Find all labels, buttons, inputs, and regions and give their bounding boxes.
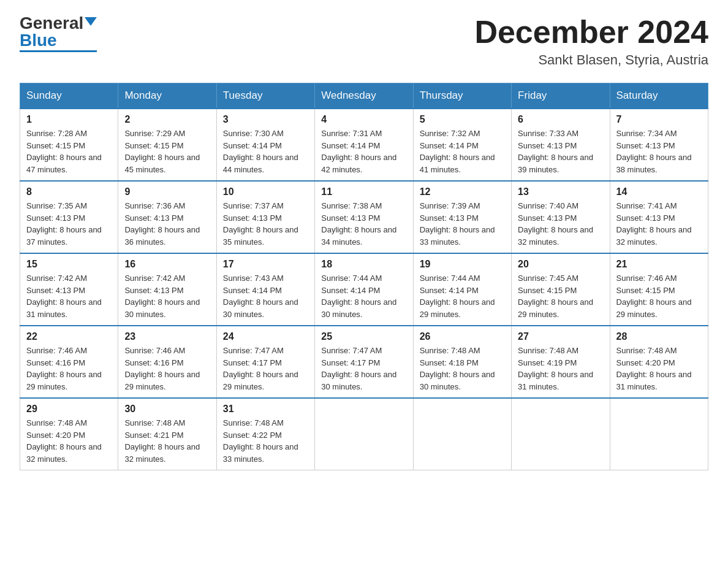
day-info: Sunrise: 7:43 AM Sunset: 4:14 PM Dayligh… (223, 272, 308, 320)
day-info: Sunrise: 7:33 AM Sunset: 4:13 PM Dayligh… (518, 128, 603, 175)
calendar-cell: 5 Sunrise: 7:32 AM Sunset: 4:14 PM Dayli… (413, 109, 511, 181)
day-info: Sunrise: 7:46 AM Sunset: 4:15 PM Dayligh… (616, 272, 702, 320)
day-number: 21 (616, 259, 702, 270)
day-info: Sunrise: 7:45 AM Sunset: 4:15 PM Dayligh… (518, 272, 603, 320)
day-number: 12 (420, 186, 505, 197)
day-number: 8 (26, 186, 112, 197)
logo-general-text: General (20, 15, 83, 32)
day-number: 23 (124, 331, 210, 342)
day-info: Sunrise: 7:48 AM Sunset: 4:20 PM Dayligh… (616, 345, 702, 393)
day-info: Sunrise: 7:29 AM Sunset: 4:15 PM Dayligh… (124, 128, 210, 175)
day-info: Sunrise: 7:31 AM Sunset: 4:14 PM Dayligh… (321, 128, 406, 175)
day-number: 5 (420, 114, 505, 125)
day-number: 30 (124, 404, 210, 415)
logo-blue-text: Blue (20, 32, 57, 49)
day-number: 19 (420, 259, 505, 270)
calendar-cell: 30 Sunrise: 7:48 AM Sunset: 4:21 PM Dayl… (118, 398, 216, 470)
day-info: Sunrise: 7:35 AM Sunset: 4:13 PM Dayligh… (26, 200, 112, 248)
calendar-cell: 22 Sunrise: 7:46 AM Sunset: 4:16 PM Dayl… (20, 326, 118, 398)
calendar-cell: 3 Sunrise: 7:30 AM Sunset: 4:14 PM Dayli… (216, 109, 314, 181)
day-number: 26 (420, 331, 505, 342)
col-thursday: Thursday (413, 83, 511, 109)
day-number: 28 (616, 331, 702, 342)
calendar-cell: 27 Sunrise: 7:48 AM Sunset: 4:19 PM Dayl… (512, 326, 610, 398)
calendar-cell: 2 Sunrise: 7:29 AM Sunset: 4:15 PM Dayli… (118, 109, 216, 181)
calendar-cell (610, 398, 708, 470)
calendar-cell: 9 Sunrise: 7:36 AM Sunset: 4:13 PM Dayli… (118, 181, 216, 253)
calendar-cell: 31 Sunrise: 7:48 AM Sunset: 4:22 PM Dayl… (216, 398, 314, 470)
day-info: Sunrise: 7:46 AM Sunset: 4:16 PM Dayligh… (26, 345, 112, 393)
calendar-cell: 24 Sunrise: 7:47 AM Sunset: 4:17 PM Dayl… (216, 326, 314, 398)
day-info: Sunrise: 7:48 AM Sunset: 4:18 PM Dayligh… (420, 345, 505, 393)
calendar-cell: 13 Sunrise: 7:40 AM Sunset: 4:13 PM Dayl… (512, 181, 610, 253)
week-row-1: 1 Sunrise: 7:28 AM Sunset: 4:15 PM Dayli… (20, 109, 708, 181)
month-title: December 2024 (474, 15, 708, 50)
day-number: 25 (321, 331, 406, 342)
day-number: 29 (26, 404, 112, 415)
day-info: Sunrise: 7:48 AM Sunset: 4:20 PM Dayligh… (26, 417, 112, 465)
day-info: Sunrise: 7:46 AM Sunset: 4:16 PM Dayligh… (124, 345, 210, 393)
col-friday: Friday (512, 83, 610, 109)
calendar-cell (413, 398, 511, 470)
col-wednesday: Wednesday (315, 83, 413, 109)
day-number: 7 (616, 114, 702, 125)
week-row-3: 15 Sunrise: 7:42 AM Sunset: 4:13 PM Dayl… (20, 253, 708, 326)
calendar-cell: 18 Sunrise: 7:44 AM Sunset: 4:14 PM Dayl… (315, 253, 413, 326)
day-info: Sunrise: 7:39 AM Sunset: 4:13 PM Dayligh… (420, 200, 505, 248)
day-info: Sunrise: 7:48 AM Sunset: 4:21 PM Dayligh… (124, 417, 210, 465)
logo-underline (20, 50, 97, 52)
header-row: Sunday Monday Tuesday Wednesday Thursday… (20, 83, 708, 109)
day-number: 3 (223, 114, 308, 125)
day-number: 14 (616, 186, 702, 197)
day-info: Sunrise: 7:44 AM Sunset: 4:14 PM Dayligh… (321, 272, 406, 320)
day-number: 1 (26, 114, 112, 125)
day-number: 10 (223, 186, 308, 197)
day-info: Sunrise: 7:44 AM Sunset: 4:14 PM Dayligh… (420, 272, 505, 320)
day-number: 18 (321, 259, 406, 270)
day-info: Sunrise: 7:32 AM Sunset: 4:14 PM Dayligh… (420, 128, 505, 175)
col-saturday: Saturday (610, 83, 708, 109)
calendar-cell: 14 Sunrise: 7:41 AM Sunset: 4:13 PM Dayl… (610, 181, 708, 253)
day-info: Sunrise: 7:34 AM Sunset: 4:13 PM Dayligh… (616, 128, 702, 175)
day-info: Sunrise: 7:28 AM Sunset: 4:15 PM Dayligh… (26, 128, 112, 175)
week-row-4: 22 Sunrise: 7:46 AM Sunset: 4:16 PM Dayl… (20, 326, 708, 398)
day-info: Sunrise: 7:36 AM Sunset: 4:13 PM Dayligh… (124, 200, 210, 248)
day-info: Sunrise: 7:47 AM Sunset: 4:17 PM Dayligh… (223, 345, 308, 393)
calendar-cell: 12 Sunrise: 7:39 AM Sunset: 4:13 PM Dayl… (413, 181, 511, 253)
calendar-cell: 23 Sunrise: 7:46 AM Sunset: 4:16 PM Dayl… (118, 326, 216, 398)
calendar-cell: 15 Sunrise: 7:42 AM Sunset: 4:13 PM Dayl… (20, 253, 118, 326)
calendar-cell: 7 Sunrise: 7:34 AM Sunset: 4:13 PM Dayli… (610, 109, 708, 181)
calendar-cell (512, 398, 610, 470)
day-number: 15 (26, 259, 112, 270)
day-number: 16 (124, 259, 210, 270)
day-info: Sunrise: 7:37 AM Sunset: 4:13 PM Dayligh… (223, 200, 308, 248)
week-row-5: 29 Sunrise: 7:48 AM Sunset: 4:20 PM Dayl… (20, 398, 708, 470)
calendar-cell: 28 Sunrise: 7:48 AM Sunset: 4:20 PM Dayl… (610, 326, 708, 398)
day-info: Sunrise: 7:41 AM Sunset: 4:13 PM Dayligh… (616, 200, 702, 248)
calendar-cell: 21 Sunrise: 7:46 AM Sunset: 4:15 PM Dayl… (610, 253, 708, 326)
day-number: 9 (124, 186, 210, 197)
calendar-cell: 1 Sunrise: 7:28 AM Sunset: 4:15 PM Dayli… (20, 109, 118, 181)
calendar-cell: 8 Sunrise: 7:35 AM Sunset: 4:13 PM Dayli… (20, 181, 118, 253)
day-info: Sunrise: 7:40 AM Sunset: 4:13 PM Dayligh… (518, 200, 603, 248)
week-row-2: 8 Sunrise: 7:35 AM Sunset: 4:13 PM Dayli… (20, 181, 708, 253)
day-info: Sunrise: 7:47 AM Sunset: 4:17 PM Dayligh… (321, 345, 406, 393)
day-number: 27 (518, 331, 603, 342)
location-title: Sankt Blasen, Styria, Austria (474, 52, 708, 68)
calendar-cell: 16 Sunrise: 7:42 AM Sunset: 4:13 PM Dayl… (118, 253, 216, 326)
calendar-cell: 26 Sunrise: 7:48 AM Sunset: 4:18 PM Dayl… (413, 326, 511, 398)
day-number: 20 (518, 259, 603, 270)
col-tuesday: Tuesday (216, 83, 314, 109)
day-number: 24 (223, 331, 308, 342)
calendar-cell: 4 Sunrise: 7:31 AM Sunset: 4:14 PM Dayli… (315, 109, 413, 181)
calendar-cell: 11 Sunrise: 7:38 AM Sunset: 4:13 PM Dayl… (315, 181, 413, 253)
day-info: Sunrise: 7:48 AM Sunset: 4:22 PM Dayligh… (223, 417, 308, 465)
calendar-cell: 25 Sunrise: 7:47 AM Sunset: 4:17 PM Dayl… (315, 326, 413, 398)
day-number: 4 (321, 114, 406, 125)
col-sunday: Sunday (20, 83, 118, 109)
calendar-cell: 17 Sunrise: 7:43 AM Sunset: 4:14 PM Dayl… (216, 253, 314, 326)
day-info: Sunrise: 7:42 AM Sunset: 4:13 PM Dayligh… (26, 272, 112, 320)
day-number: 2 (124, 114, 210, 125)
title-area: December 2024 Sankt Blasen, Styria, Aust… (474, 15, 708, 68)
day-number: 17 (223, 259, 308, 270)
